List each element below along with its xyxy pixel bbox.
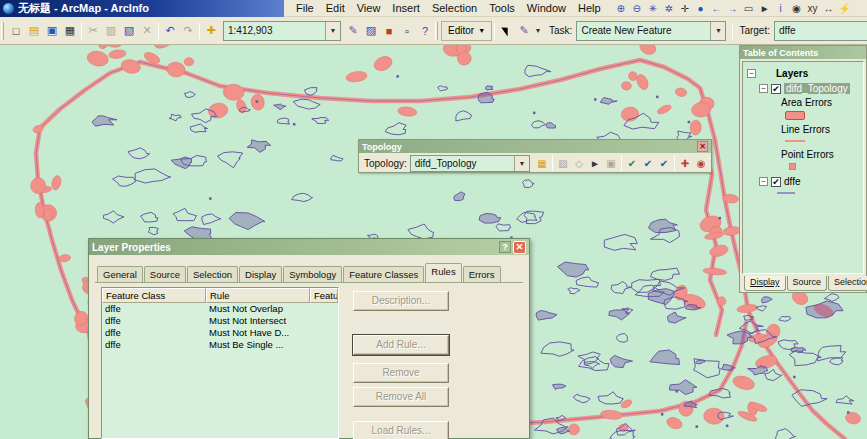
show-shared-features-icon[interactable]: ▣ — [603, 156, 619, 171]
tab-display[interactable]: Display — [239, 266, 282, 282]
layer-visibility-checkbox[interactable]: ✔ — [771, 177, 781, 187]
rule-row[interactable]: dffe Must Not Intersect — [102, 315, 338, 327]
menu-insert[interactable]: Insert — [386, 0, 426, 16]
area-errors-swatch[interactable] — [785, 111, 805, 120]
remove-button[interactable]: Remove — [353, 363, 449, 383]
chevron-down-icon[interactable]: ▼ — [325, 22, 340, 40]
arctoolbox-icon[interactable]: ■ — [380, 22, 398, 40]
editor-toolbar-grip[interactable] — [435, 22, 438, 40]
chevron-down-icon[interactable]: ▼ — [710, 22, 725, 40]
full-extent-icon[interactable]: ● — [693, 1, 709, 16]
save-icon[interactable]: ▣ — [43, 22, 61, 40]
back-extent-icon[interactable]: ← — [709, 1, 725, 16]
toc-item-dffe-layer[interactable]: − ✔ dffe — [747, 174, 863, 189]
line-errors-swatch[interactable] — [785, 140, 805, 142]
cut-icon[interactable]: ✂ — [84, 22, 102, 40]
rule-row[interactable]: dffe Must Be Single ... — [102, 339, 338, 351]
legend-area-errors-label[interactable]: Area Errors — [747, 96, 863, 109]
menu-help[interactable]: Help — [572, 0, 607, 16]
legend-point-errors-label[interactable]: Point Errors — [747, 148, 863, 161]
zoom-in-icon[interactable]: ⊕ — [613, 1, 629, 16]
construct-features-icon[interactable]: ◇ — [571, 156, 587, 171]
identify-icon[interactable]: i — [773, 1, 789, 16]
toc-titlebar[interactable]: Table of Contents — [740, 46, 866, 59]
point-errors-swatch[interactable] — [789, 163, 796, 170]
menu-view[interactable]: View — [351, 0, 387, 16]
toc-layers-root[interactable]: − Layers — [747, 66, 863, 81]
find-icon[interactable]: ◉ — [789, 1, 805, 16]
arccatalog-icon[interactable]: ▨ — [362, 22, 380, 40]
legend-line-errors-label[interactable]: Line Errors — [747, 123, 863, 136]
window-titlebar[interactable]: 无标题 - ArcMap - ArcInfo — [0, 0, 284, 17]
pan-icon[interactable]: ✛ — [677, 1, 693, 16]
menu-selection[interactable]: Selection — [426, 0, 483, 16]
open-icon[interactable]: ▤ — [25, 22, 43, 40]
validate-topology-in-area-icon[interactable]: ✔ — [624, 156, 640, 171]
tab-selection[interactable]: Selection — [187, 266, 238, 282]
redo-icon[interactable]: ↷ — [179, 22, 197, 40]
planarize-lines-icon[interactable]: ▧ — [555, 156, 571, 171]
validate-topology-in-extent-icon[interactable]: ✔ — [640, 156, 656, 171]
hyperlink-icon[interactable]: ⚡ — [837, 1, 853, 16]
collapse-icon[interactable]: − — [759, 84, 768, 93]
column-rule[interactable]: Rule — [206, 288, 310, 303]
dialog-titlebar[interactable]: Layer Properties ? ✕ — [89, 239, 529, 255]
toc-tab-display[interactable]: Display — [744, 276, 786, 291]
whats-this-icon[interactable]: ? — [416, 22, 434, 40]
close-icon[interactable]: ✕ — [697, 141, 708, 152]
go-to-xy-icon[interactable]: xy — [805, 1, 821, 16]
map-scale-combo[interactable]: 1:412,903 ▼ — [223, 21, 341, 41]
sketch-tool-icon[interactable]: ✎ — [515, 22, 533, 40]
dffe-layer-swatch[interactable] — [777, 192, 795, 194]
select-elements-icon[interactable]: ► — [757, 1, 773, 16]
validate-entire-topology-icon[interactable]: ✔ — [656, 156, 672, 171]
delete-icon[interactable]: ✕ — [138, 22, 156, 40]
menu-window[interactable]: Window — [521, 0, 572, 16]
tab-rules[interactable]: Rules — [425, 263, 461, 282]
topology-toolbar-titlebar[interactable]: Topology ✕ — [359, 140, 711, 153]
command-window-icon[interactable]: ▫ — [398, 22, 416, 40]
collapse-icon[interactable]: − — [747, 69, 756, 78]
map-topology-icon[interactable]: ▦ — [534, 156, 550, 171]
column-feature-class[interactable]: Feature Class — [102, 288, 206, 303]
topology-layer-label[interactable]: difd_Topology — [784, 83, 850, 94]
menu-edit[interactable]: Edit — [320, 0, 351, 16]
error-inspector-icon[interactable]: ◉ — [693, 156, 709, 171]
menu-file[interactable]: File — [290, 0, 320, 16]
target-combo[interactable]: dffe — [774, 21, 867, 41]
print-icon[interactable]: ▦ — [61, 22, 79, 40]
toc-tab-source[interactable]: Source — [787, 276, 828, 291]
close-icon[interactable]: ✕ — [513, 241, 526, 254]
column-feature-class-2[interactable]: Feature Class — [310, 288, 338, 303]
toc-tab-selection[interactable]: Selection — [828, 276, 867, 291]
zoom-out-icon[interactable]: ⊖ — [629, 1, 645, 16]
forward-extent-icon[interactable]: → — [725, 1, 741, 16]
toc-item-topology-layer[interactable]: − ✔ difd_Topology — [747, 81, 863, 96]
rule-row[interactable]: dffe Must Not Overlap — [102, 303, 338, 315]
topology-edit-tool-icon[interactable]: ► — [587, 156, 603, 171]
tab-general[interactable]: General — [97, 266, 143, 282]
tab-source[interactable]: Source — [144, 266, 186, 282]
standard-toolbar-grip[interactable] — [1, 22, 4, 40]
load-rules-button[interactable]: Load Rules... — [353, 421, 449, 439]
edit-tool-icon[interactable] — [497, 22, 515, 40]
task-combo[interactable]: Create New Feature ▼ — [576, 21, 726, 41]
layer-visibility-checkbox[interactable]: ✔ — [771, 84, 781, 94]
fixed-zoom-out-icon[interactable]: ✲ — [661, 1, 677, 16]
rules-list[interactable]: Feature Class Rule Feature Class dffe Mu… — [101, 287, 339, 439]
paste-icon[interactable]: ▧ — [120, 22, 138, 40]
description-button[interactable]: Description... — [353, 291, 449, 311]
tab-errors[interactable]: Errors — [463, 266, 501, 282]
dffe-layer-label[interactable]: dffe — [784, 176, 801, 187]
collapse-icon[interactable]: − — [759, 177, 768, 186]
sketch-tool-dropdown-icon[interactable]: ▼ — [533, 22, 543, 40]
copy-icon[interactable]: ▥ — [102, 22, 120, 40]
topology-combo[interactable]: difd_Topology ▼ — [410, 155, 530, 172]
tab-symbology[interactable]: Symbology — [283, 266, 342, 282]
remove-all-button[interactable]: Remove All — [353, 387, 449, 407]
fix-topology-error-tool-icon[interactable]: ✚ — [677, 156, 693, 171]
measure-icon[interactable]: ↔ — [821, 1, 837, 16]
tab-feature-classes[interactable]: Feature Classes — [343, 266, 424, 282]
undo-icon[interactable]: ↶ — [161, 22, 179, 40]
add-rule-button[interactable]: Add Rule... — [353, 335, 449, 355]
